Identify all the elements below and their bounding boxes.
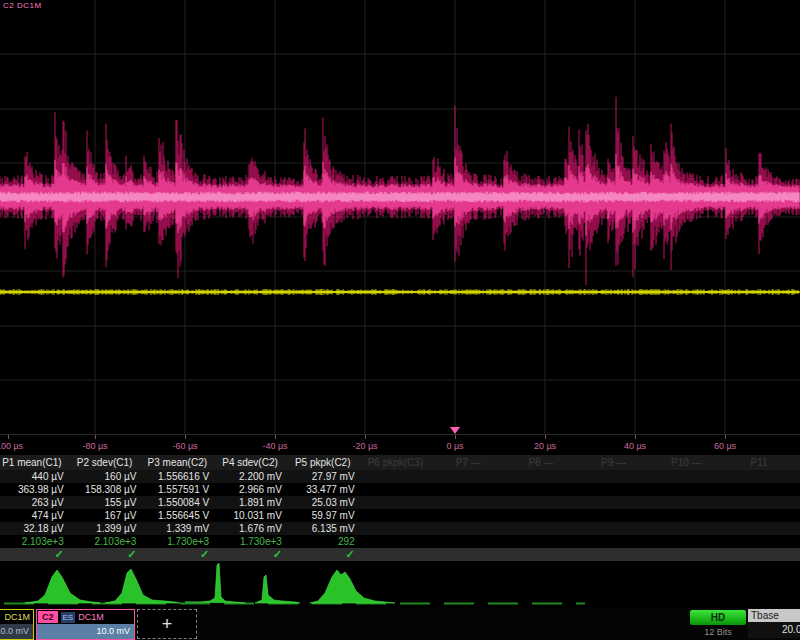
measure-cell: 1.339 mV [145,522,218,535]
status-bar: DC1M 10.0 mV C2 ES DC1M 10.0 mV + HD 12 … [0,608,800,640]
measure-cell [582,509,655,522]
histicon-p3[interactable] [185,563,245,603]
measure-cell [654,535,727,548]
measure-header-p10[interactable]: P10 --- [654,455,727,470]
measure-cell: 1.556645 V [145,509,218,522]
measure-cell: 59.97 mV [291,509,364,522]
measure-header-p6[interactable]: P6 pkpk(C3) [364,455,437,470]
measure-cell: ✓ [73,548,146,561]
measure-header-p5[interactable]: P5 pkpk(C2) [291,455,364,470]
measure-cell: 440 µV [0,470,73,483]
measure-cell [582,483,655,496]
axis-tick [455,435,456,439]
measure-cell: 160 µV [73,470,146,483]
measure-cell [654,548,727,561]
histicon-p5[interactable] [310,570,395,603]
measure-cell: 363.98 µV [0,483,73,496]
axis-tick [725,435,726,439]
measure-cell [436,470,509,483]
tbase-descriptor[interactable]: Tbase 20.0 µs [748,609,800,638]
measure-cell [654,496,727,509]
c1-vdiv-value: 10.0 mV [0,624,33,639]
measure-cell: 25.03 mV [291,496,364,509]
trigger-marker-icon[interactable] [450,427,460,434]
measure-cell [727,509,800,522]
axis-label: 0 µs [446,441,463,451]
measure-cell: 167 µV [73,509,146,522]
waveform-svg [0,0,800,434]
axis-label: -60 µs [172,441,197,451]
measure-cell [436,483,509,496]
measure-cell [364,509,437,522]
measure-cell: 1.550084 V [145,496,218,509]
measure-table: P1 mean(C1)P2 sdev(C1)P3 mean(C2)P4 sdev… [0,455,800,561]
measure-cell: ✓ [145,548,218,561]
measure-cell: 32.18 µV [0,522,73,535]
measure-cell [582,470,655,483]
axis-label: -100 µs [0,441,23,451]
measure-cell [436,535,509,548]
axis-label: -20 µs [352,441,377,451]
hd-bits-label: 12 Bits [690,627,746,637]
measure-cell [582,535,655,548]
axis-label: -40 µs [262,441,287,451]
measure-cell: 1.557591 V [145,483,218,496]
c2-channel-badge: C2 [38,611,58,623]
measure-cell [436,509,509,522]
measure-cell [727,548,800,561]
axis-tick [545,435,546,439]
measure-cell [364,470,437,483]
measure-cell: 2.966 mV [218,483,291,496]
histicon-p2[interactable] [105,569,180,603]
measure-cell [582,548,655,561]
measure-cell [727,522,800,535]
measure-cell [727,470,800,483]
measure-header-p9[interactable]: P9 --- [582,455,655,470]
plus-icon: + [162,614,173,634]
measure-cell [654,522,727,535]
tbase-label: Tbase [748,609,800,622]
channel-descriptor-c2[interactable]: C2 ES DC1M 10.0 mV [36,609,135,640]
measure-cell: ✓ [0,548,73,561]
graticule: C2 DC1M [0,0,800,434]
measure-header-p8[interactable]: P8 --- [509,455,582,470]
oscilloscope-screen: C2 DC1M -100 µs-80 µs-60 µs-40 µs-20 µs0… [0,0,800,640]
measure-cell [654,509,727,522]
measure-cell: 2.200 mV [218,470,291,483]
measure-header-p7[interactable]: P7 --- [436,455,509,470]
measure-header-p11[interactable]: P11 [727,455,800,470]
channel-descriptor-c1[interactable]: DC1M 10.0 mV [0,609,34,640]
tbase-value: 20.0 µs [748,622,800,638]
axis-tick [275,435,276,439]
measure-cell: 1.730e+3 [218,535,291,548]
c2-eres-badge: ES [61,612,76,623]
measure-header-p3[interactable]: P3 mean(C2) [145,455,218,470]
measure-cell [364,496,437,509]
axis-label: 40 µs [624,441,646,451]
measure-cell: 1.676 mV [218,522,291,535]
measure-cell [364,548,437,561]
measure-cell [436,496,509,509]
axis-tick [8,435,9,439]
measure-header-p1[interactable]: P1 mean(C1) [0,455,73,470]
histicon-strip [0,561,800,608]
measure-header-p4[interactable]: P4 sdev(C2) [218,455,291,470]
histicon-p1[interactable] [25,570,100,603]
axis-label: 60 µs [714,441,736,451]
measure-cell: 474 µV [0,509,73,522]
add-trace-button[interactable]: + [137,609,197,639]
measure-cell: 1.730e+3 [145,535,218,548]
axis-tick [635,435,636,439]
histicon-p4[interactable] [255,575,300,603]
measure-cell: 33.477 mV [291,483,364,496]
measure-header-p2[interactable]: P2 sdev(C1) [73,455,146,470]
c2-coupling-label: DC1M [78,610,104,624]
measure-cell [509,522,582,535]
measure-cell [364,483,437,496]
measure-cell: 2.103e+3 [73,535,146,548]
measure-cell [654,470,727,483]
measure-cell [364,522,437,535]
measure-cell: 6.135 mV [291,522,364,535]
measure-cell: 27.97 mV [291,470,364,483]
hd-mode-badge[interactable]: HD [690,610,746,625]
